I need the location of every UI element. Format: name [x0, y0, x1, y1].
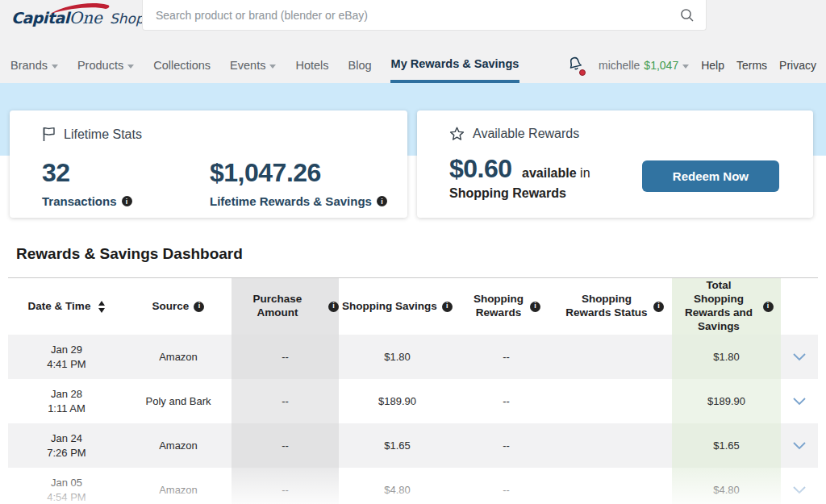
notification-badge — [579, 69, 586, 76]
lifetime-rewards-stat: $1,047.26 Lifetime Rewards & Savings i — [210, 158, 387, 208]
nav-label: Collections — [153, 59, 211, 72]
main-nav: Brands Products Collections Events Hotel… — [0, 48, 826, 83]
search-bar — [142, 0, 707, 31]
lifetime-rewards-value: $1,047.26 — [210, 158, 387, 188]
lifetime-stats-title: Lifetime Stats — [64, 127, 142, 142]
account-area: michelle $1,047 Help Terms Privacy — [567, 48, 816, 83]
header-label: Shopping Rewards Status — [565, 293, 649, 320]
nav-label: Blog — [348, 59, 372, 72]
lifetime-stats-header: Lifetime Stats — [42, 127, 391, 142]
row-expand-chevron-icon[interactable] — [781, 468, 818, 504]
nav-item-brands[interactable]: Brands — [10, 48, 59, 83]
shopping-rewards-cell: -- — [456, 379, 557, 423]
nav-item-collections[interactable]: Collections — [152, 48, 211, 83]
info-icon[interactable]: i — [530, 302, 540, 312]
top-header: Capital One Shopping Brands Products Col… — [0, 0, 826, 83]
total-cell: $1.65 — [672, 423, 781, 468]
chevron-down-icon — [682, 65, 689, 69]
lifetime-stats-card: Lifetime Stats 32 Transactions i $1,047.… — [10, 110, 407, 218]
total-cell: $1.80 — [672, 335, 781, 379]
header-label: Total Shopping Rewards and Savings — [680, 279, 758, 334]
column-header-shopping-savings: Shopping Savings i — [339, 277, 456, 335]
nav-item-my-rewards-and-savings[interactable]: My Rewards & Savings — [390, 48, 520, 83]
available-rewards-card: Available Rewards $0.60 available in Sho… — [417, 110, 813, 218]
transactions-label: Transactions — [42, 194, 117, 208]
page: Capital One Shopping Brands Products Col… — [0, 0, 826, 504]
info-icon[interactable]: i — [328, 302, 339, 312]
source-cell: Amazon — [125, 335, 232, 379]
purchase-amount-cell: -- — [232, 335, 339, 379]
column-header-purchase-amount: Purchase Amount i — [232, 277, 339, 335]
purchase-amount-cell: -- — [232, 468, 339, 504]
shopping-rewards-cell: -- — [456, 468, 557, 504]
nav-label: My Rewards & Savings — [391, 57, 519, 70]
star-icon — [449, 127, 465, 141]
purchase-amount-cell: -- — [232, 379, 339, 423]
source-cell: Poly and Bark — [125, 379, 232, 423]
column-header-shopping-rewards: Shopping Rewards i — [456, 277, 557, 335]
nav-item-events[interactable]: Events — [229, 48, 277, 83]
info-icon[interactable]: i — [653, 302, 664, 312]
shopping-rewards-cell: -- — [456, 335, 557, 379]
sort-icon[interactable] — [98, 301, 105, 313]
column-header-expander — [781, 277, 818, 335]
capital-one-swoosh-icon — [49, 2, 112, 15]
column-header-date-time: Date & Time — [8, 277, 125, 335]
total-cell: $189.90 — [672, 379, 781, 423]
info-icon[interactable]: i — [122, 196, 132, 206]
total-cell: $4.80 — [672, 468, 781, 504]
column-header-source: Source i — [125, 277, 232, 335]
header-label: Source — [152, 300, 190, 314]
available-amount: $0.60 — [449, 154, 512, 183]
help-link[interactable]: Help — [701, 59, 724, 72]
chevron-down-icon — [127, 65, 134, 69]
info-icon[interactable]: i — [377, 196, 387, 206]
date-time-cell: Jan 247:26 PM — [8, 423, 125, 468]
in-word: in — [580, 166, 590, 180]
shopping-rewards-cell: -- — [456, 423, 557, 468]
row-expand-chevron-icon[interactable] — [781, 423, 818, 468]
rewards-status-cell — [557, 468, 672, 504]
privacy-link[interactable]: Privacy — [779, 59, 816, 72]
nav-item-blog[interactable]: Blog — [348, 48, 373, 83]
notification-bell-icon[interactable] — [567, 56, 583, 75]
header-label: Date & Time — [28, 300, 91, 314]
rewards-table: Date & Time Source i Purchase Amount i S… — [8, 277, 818, 504]
info-icon[interactable]: i — [194, 302, 204, 312]
info-icon[interactable]: i — [442, 302, 453, 312]
lifetime-stats-values: 32 Transactions i $1,047.26 Lifetime Rew… — [42, 158, 391, 208]
date-time-cell: Jan 294:41 PM — [8, 335, 125, 379]
nav-label: Brands — [10, 59, 48, 72]
row-expand-chevron-icon[interactable] — [781, 379, 818, 423]
date-time-cell: Jan 281:11 AM — [8, 379, 125, 423]
search-input[interactable] — [143, 0, 706, 30]
header-label: Purchase Amount — [232, 293, 323, 320]
lifetime-rewards-label: Lifetime Rewards & Savings — [210, 194, 372, 208]
row-expand-chevron-icon[interactable] — [781, 335, 818, 379]
nav-label: Products — [77, 59, 123, 72]
flag-icon — [42, 127, 56, 142]
shopping-savings-cell: $1.65 — [339, 423, 456, 468]
search-icon[interactable] — [680, 8, 695, 23]
redeem-now-button[interactable]: Redeem Now — [642, 160, 779, 192]
purchase-amount-cell: -- — [232, 423, 339, 468]
transactions-value: 32 — [42, 158, 210, 188]
available-rewards-header: Available Rewards — [449, 127, 797, 141]
transactions-stat: 32 Transactions i — [42, 158, 210, 208]
header-label: Shopping Rewards — [472, 293, 525, 320]
available-rewards-title: Available Rewards — [473, 127, 579, 141]
nav-item-hotels[interactable]: Hotels — [294, 48, 329, 83]
info-icon[interactable]: i — [763, 302, 774, 312]
shopping-savings-cell: $1.80 — [339, 335, 456, 379]
shopping-savings-cell: $189.90 — [339, 379, 456, 423]
rewards-status-cell — [557, 423, 672, 468]
user-menu[interactable]: michelle $1,047 — [599, 59, 689, 72]
shopping-savings-cell: $4.80 — [339, 468, 456, 504]
nav-item-products[interactable]: Products — [77, 48, 135, 83]
terms-link[interactable]: Terms — [736, 59, 767, 72]
chevron-down-icon — [269, 65, 276, 69]
page-title: Rewards & Savings Dashboard — [16, 245, 826, 263]
source-cell: Amazon — [125, 468, 232, 504]
stats-cards: Lifetime Stats 32 Transactions i $1,047.… — [0, 110, 826, 218]
rewards-status-cell — [557, 335, 672, 379]
